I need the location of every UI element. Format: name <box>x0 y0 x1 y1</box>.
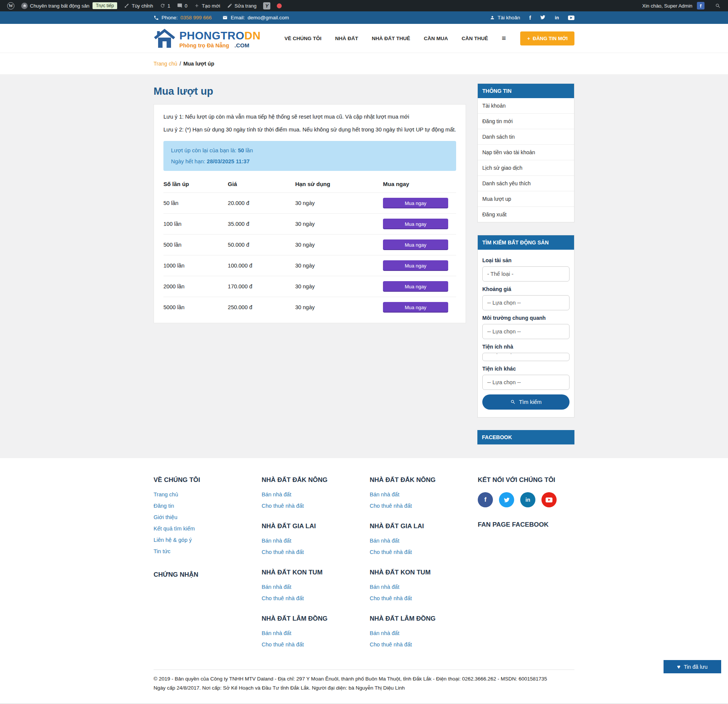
linkedin-icon[interactable]: in <box>520 492 535 507</box>
content-column: Mua lượt up Lưu ý 1: Nếu lượt úp còn mà … <box>154 83 466 323</box>
wp-logo-button[interactable]: W <box>4 0 18 11</box>
site-logo[interactable]: PHONGTRODN Phòng trọ Đà Nẵng .COM <box>154 28 260 48</box>
footer-link-ket-qua-tim-kiem[interactable]: Kết quả tìm kiếm <box>154 526 262 532</box>
footer-link-cho-thue-nha-dat[interactable]: Cho thuê nhà đất <box>262 641 370 648</box>
buy-now-button[interactable]: Mua ngay <box>383 281 448 292</box>
sidebar-item-nap-tien[interactable]: Nạp tiền vào tài khoản <box>478 144 574 160</box>
cell-price: 50.000 đ <box>228 235 295 255</box>
avatar: f <box>697 2 704 9</box>
admin-bar-comments[interactable]: 0 <box>174 0 191 11</box>
footer-link-ban-nha-dat[interactable]: Bán nhà đất <box>262 491 370 497</box>
email-contact[interactable]: Email: demo@gmail.com <box>222 15 289 20</box>
sidebar-item-mua-luot-up[interactable]: Mua lượt up <box>478 191 574 207</box>
footer-link-ban-nha-dat[interactable]: Bán nhà đất <box>262 538 370 544</box>
select-loai-tai-san[interactable]: - Thể loại - <box>482 266 570 282</box>
admin-bar-site-name: Chuyên trang bất động sản <box>30 3 89 9</box>
admin-bar-account[interactable]: Xin chào, Super Admin f <box>639 2 710 9</box>
youtube-icon[interactable] <box>541 492 557 507</box>
footer-link-gioi-thieu[interactable]: Giới thiệu <box>154 514 262 520</box>
comments-count: 0 <box>185 3 187 9</box>
table-row: 1000 lần 100.000 đ 30 ngày Mua ngay <box>163 255 456 276</box>
footer-link-ban-nha-dat[interactable]: Bán nhà đất <box>370 491 478 497</box>
live-badge: Trực tiếp <box>93 2 118 9</box>
admin-bar-yoast[interactable]: Y <box>260 0 274 11</box>
remaining-value: 50 <box>238 147 244 153</box>
footer-link-lien-he[interactable]: Liên hệ & góp ý <box>154 537 262 543</box>
admin-bar-new[interactable]: Tạo mới <box>191 0 223 11</box>
twitter-icon[interactable] <box>540 15 546 21</box>
footer-link-cho-thue-nha-dat[interactable]: Cho thuê nhà đất <box>262 503 370 509</box>
buy-now-button[interactable]: Mua ngay <box>383 260 448 271</box>
linkedin-icon[interactable]: in <box>555 15 559 20</box>
buy-now-button[interactable]: Mua ngay <box>383 239 448 250</box>
footer-link-cho-thue-nha-dat[interactable]: Cho thuê nhà đất <box>370 549 478 555</box>
facebook-icon[interactable]: f <box>478 492 493 507</box>
sidebar-item-tai-khoan[interactable]: Tài khoản <box>478 98 574 113</box>
table-row: 5000 lần 250.000 đ 30 ngày Mua ngay <box>163 297 456 318</box>
select-tien-ich-khac[interactable]: -- Lựa chọn -- <box>482 375 570 390</box>
footer-link-ban-nha-dat[interactable]: Bán nhà đất <box>370 538 478 544</box>
post-new-listing-button[interactable]: + ĐĂNG TIN MỚI <box>520 31 574 45</box>
footer-link-cho-thue-nha-dat[interactable]: Cho thuê nhà đất <box>370 595 478 601</box>
footer-link-ban-nha-dat[interactable]: Bán nhà đất <box>370 630 478 636</box>
footer-link-ban-nha-dat[interactable]: Bán nhà đất <box>262 630 370 636</box>
table-row: 2000 lần 170.000 đ 30 ngày Mua ngay <box>163 276 456 297</box>
cell-count: 1000 lần <box>163 255 228 276</box>
nav-item-can-mua[interactable]: CẦN MUA <box>424 36 448 41</box>
saved-listings-button[interactable]: ♥ Tin đã lưu <box>663 659 722 674</box>
copyright-line-1: © 2019 - Bản quyền của Công ty TNHH MTV … <box>154 676 574 682</box>
nav-item-nha-dat-thue[interactable]: NHÀ ĐẤT THUÊ <box>372 36 410 41</box>
admin-bar-search[interactable] <box>712 3 724 9</box>
customize-label: Tùy chỉnh <box>132 3 153 9</box>
select-tien-ich-nha[interactable]: -- Lựa chọn -- <box>482 353 570 361</box>
footer-link-cho-thue-nha-dat[interactable]: Cho thuê nhà đất <box>370 503 478 509</box>
sidebar-item-dang-tin-moi[interactable]: Đăng tin mới <box>478 113 574 129</box>
footer-link-ban-nha-dat[interactable]: Bán nhà đất <box>262 584 370 590</box>
youtube-icon[interactable] <box>568 16 574 20</box>
nav-item-about[interactable]: VỀ CHÚNG TÔI <box>284 36 322 41</box>
remaining-label: Lượt úp còn lại của bạn là: <box>171 147 236 153</box>
footer-link-trang-chu[interactable]: Trang chủ <box>154 491 262 497</box>
phone-contact[interactable]: Phone: 0358 999 666 <box>154 15 212 20</box>
footer-link-ban-nha-dat[interactable]: Bán nhà đất <box>370 584 478 590</box>
footer-link-tin-tuc[interactable]: Tin tức <box>154 548 262 554</box>
footer-link-cho-thue-nha-dat[interactable]: Cho thuê nhà đất <box>262 549 370 555</box>
facebook-icon[interactable]: f <box>529 15 531 21</box>
nav-item-nha-dat[interactable]: NHÀ ĐẤT <box>335 36 358 41</box>
buy-now-button[interactable]: Mua ngay <box>383 219 448 229</box>
footer-link-dang-tin[interactable]: Đăng tin <box>154 503 262 509</box>
buy-now-button[interactable]: Mua ngay <box>383 198 448 208</box>
footer-region-title: NHÀ ĐẤT KON TUM <box>262 569 370 576</box>
sidebar-item-danh-sach-tin[interactable]: Danh sách tin <box>478 129 574 144</box>
sidebar-item-dang-xuat[interactable]: Đăng xuất <box>478 207 574 222</box>
select-moi-truong[interactable]: -- Lựa chọn -- <box>482 324 570 339</box>
envelope-icon <box>222 15 228 20</box>
sidebar-item-danh-sach-yeu-thich[interactable]: Danh sách yêu thích <box>478 175 574 191</box>
select-khoang-gia[interactable]: -- Lựa chọn -- <box>482 295 570 310</box>
twitter-icon[interactable] <box>499 492 514 507</box>
admin-bar-site-menu[interactable]: Chuyên trang bất động sản Trực tiếp <box>18 0 121 11</box>
buy-now-button[interactable]: Mua ngay <box>383 302 448 313</box>
account-info-panel: THÔNG TIN Tài khoản Đăng tin mới Danh sá… <box>477 83 574 222</box>
footer-region-title: NHÀ ĐẤT LÂM ĐỒNG <box>370 615 478 623</box>
hamburger-menu-icon[interactable]: ≡ <box>502 34 506 42</box>
house-logo-icon <box>154 28 176 48</box>
sidebar-item-lich-su-giao-dich[interactable]: Lịch sử giao dịch <box>478 160 574 175</box>
col-header-price: Giá <box>228 173 295 193</box>
search-submit-button[interactable]: Tìm kiếm <box>482 394 570 410</box>
expiry-value: 28/03/2025 11:37 <box>207 158 249 164</box>
recording-dot-icon <box>277 3 282 8</box>
admin-bar-customize[interactable]: Tùy chỉnh <box>121 0 156 11</box>
admin-bar-edit-page[interactable]: Sửa trang <box>224 0 260 11</box>
post-button-label: ĐĂNG TIN MỚI <box>533 36 568 41</box>
email-label: Email: <box>231 15 245 20</box>
breadcrumb-home[interactable]: Trang chủ <box>154 61 177 67</box>
search-icon <box>510 399 516 405</box>
account-link[interactable]: Tài khoản <box>490 15 520 20</box>
admin-bar-updates[interactable]: 1 <box>157 0 174 11</box>
col-header-count: Số lần úp <box>163 173 228 193</box>
footer-link-cho-thue-nha-dat[interactable]: Cho thuê nhà đất <box>262 595 370 601</box>
footer-link-cho-thue-nha-dat[interactable]: Cho thuê nhà đất <box>370 641 478 648</box>
footer-fanpage-title: FAN PAGE FACEBOOK <box>478 521 574 529</box>
nav-item-can-thue[interactable]: CẦN THUÊ <box>462 36 488 41</box>
